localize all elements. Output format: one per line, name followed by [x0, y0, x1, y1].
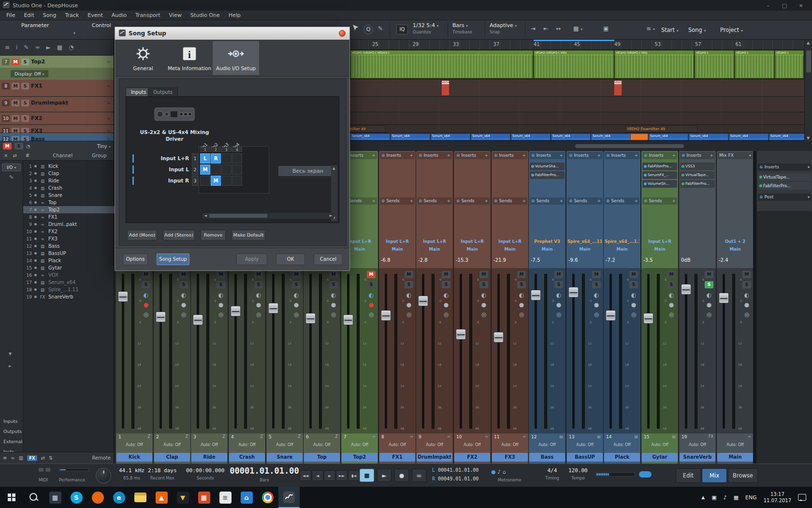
fader-handle[interactable] — [305, 313, 316, 324]
record-arm-icon[interactable]: ● — [329, 301, 338, 309]
pan-knob-icon[interactable]: ◐ — [442, 291, 450, 299]
fader-handle[interactable] — [193, 314, 203, 325]
page-browse-button[interactable]: Browse — [728, 468, 758, 483]
sends-header[interactable]: ⊕ Sends + — [455, 197, 490, 205]
pan-knob-icon[interactable]: ◐ — [592, 291, 601, 299]
solo-button[interactable]: S — [254, 281, 263, 288]
wrench-icon[interactable]: ✎ — [0, 174, 23, 180]
mute-button[interactable]: M — [517, 271, 526, 278]
strip-name[interactable]: Plack — [604, 453, 640, 462]
automation-mode[interactable]: Auto: Off — [529, 443, 566, 449]
monitor-icon[interactable]: ◎ — [142, 311, 150, 318]
timebase-selector[interactable]: Bars ▾ Timebase — [452, 22, 481, 34]
solo-button[interactable]: S — [14, 143, 23, 149]
channel-row-top[interactable]: 6 ≈ Top — [23, 199, 115, 206]
mute-button[interactable]: M — [667, 271, 676, 278]
grid-icon[interactable]: ▦ — [57, 44, 62, 51]
taskbar-batman-game[interactable]: ▼ — [172, 487, 193, 508]
gain-value[interactable]: -9.6 — [568, 257, 578, 263]
mute-button[interactable]: M — [142, 271, 150, 278]
solo-button[interactable]: S — [329, 281, 338, 288]
list-icon[interactable]: ≡ — [5, 44, 10, 51]
input-routing[interactable]: Input L+R — [642, 239, 677, 246]
info-icon[interactable]: i — [16, 44, 17, 51]
taskbar-search[interactable] — [23, 487, 44, 508]
strip-name[interactable]: DrumImpakt — [417, 453, 452, 462]
channel-row-plack[interactable]: 14 ▤ Plack — [23, 257, 115, 264]
strip-name[interactable]: Ride — [191, 453, 227, 462]
display-dropdown[interactable]: Display: Off ▾ — [11, 70, 48, 77]
inserts-header[interactable]: ⊕ Inserts + — [567, 152, 602, 159]
channel-row-crash[interactable]: 4 ▥ Crash — [23, 184, 115, 192]
solo-button[interactable]: S — [142, 281, 150, 288]
automation-mode[interactable]: Auto: Off — [304, 443, 340, 449]
bank-external[interactable]: External — [0, 436, 23, 447]
monitor-icon[interactable]: ◎ — [479, 311, 488, 318]
mixer-strip-fx1[interactable]: ⊕ Inserts +⊕ Sends + Input L+R Main -6.8… — [379, 151, 416, 463]
matrix-cell[interactable]: L — [200, 153, 210, 164]
matrix-cell[interactable] — [232, 153, 242, 164]
channel-row-fx2[interactable]: 10 ≈ FX2 — [23, 228, 115, 235]
insert-slot[interactable]: VolumeSha... — [530, 163, 565, 170]
taskbar-vlc[interactable]: ▲ — [151, 487, 172, 508]
solo-button[interactable]: S — [217, 281, 225, 288]
menu-event[interactable]: Event — [83, 12, 107, 18]
solo-button[interactable]: S — [21, 100, 29, 106]
maximize-button[interactable]: ▢ — [776, 2, 793, 9]
record-arm-icon[interactable]: ● — [592, 301, 601, 309]
mixer-strip-snareverb[interactable]: ⊕ Inserts +VSS3VirtualTape...FabFilterPr… — [679, 151, 716, 463]
language-indicator[interactable]: ENG — [745, 494, 757, 501]
strip-name[interactable]: Bass — [529, 453, 565, 462]
expand-icon[interactable]: ► — [9, 364, 12, 368]
audio-clip[interactable]: Serum_x64 — [591, 134, 631, 140]
mixer-strip-drumimpakt[interactable]: ⊕ Inserts +⊕ Sends + Input L+R Main -2.8… — [416, 151, 453, 463]
taskbar-task-view[interactable]: ▦ — [44, 487, 66, 508]
pan-knob-icon[interactable]: ◐ — [479, 291, 488, 299]
track-header-fx3[interactable]: 11 M S FX3 ≈ — [0, 125, 114, 133]
mixer-strip-main[interactable]: Mix FX ▾ Out1 + 2 Main -2.4 606121824364… — [717, 151, 754, 463]
record-arm-icon[interactable]: ● — [442, 301, 450, 309]
drum-icon[interactable]: ▥ — [19, 455, 23, 461]
gain-value[interactable]: -3.5 — [643, 257, 653, 263]
solo-button[interactable]: S — [21, 83, 29, 90]
gain-value[interactable]: -7.2 — [606, 257, 615, 263]
menu-track[interactable]: Track — [60, 12, 83, 18]
audio-clip[interactable]: Serum_x64 — [391, 134, 430, 140]
pan-knob-icon[interactable]: ◐ — [629, 291, 638, 299]
matrix-cell[interactable] — [221, 153, 232, 164]
insert-slot[interactable]: VirtualTape... — [758, 173, 811, 181]
audio-clip[interactable]: VEDH2-(VEDH2-( VED — [614, 50, 694, 78]
output-routing[interactable]: Main — [380, 247, 415, 254]
mute-button[interactable]: M — [12, 115, 19, 122]
inserts-header[interactable]: ⊕ Inserts + — [380, 152, 415, 159]
pan-knob-icon[interactable]: ◐ — [329, 291, 338, 299]
strip-name[interactable]: Snare — [267, 453, 303, 462]
scrollbar-thumb[interactable] — [575, 144, 684, 148]
page-song-button[interactable]: Song ▾ — [688, 24, 706, 36]
channel-row-bass[interactable]: 12 ▤ Bass — [23, 242, 115, 250]
mute-button[interactable]: M — [442, 271, 450, 278]
pan-knob-icon[interactable]: ◐ — [179, 291, 188, 299]
matrix-cell[interactable]: M — [200, 164, 210, 175]
fader-track[interactable] — [234, 274, 237, 429]
insert-slot[interactable]: FabFilterPro... — [680, 180, 715, 188]
minimize-button[interactable]: – — [760, 2, 776, 9]
mixer-scrollbar[interactable] — [753, 151, 756, 463]
bank-outputs[interactable]: Outputs — [0, 426, 23, 436]
output-routing[interactable]: Main — [642, 247, 677, 254]
audio-clip[interactable]: VEDH — [441, 80, 450, 96]
insert-slot[interactable]: VolumeSh... — [642, 180, 677, 188]
strip-name[interactable]: Top — [304, 453, 340, 462]
record-arm-icon[interactable]: ● — [742, 301, 751, 309]
input-routing[interactable]: Prophet V3 — [530, 239, 565, 246]
mute-button[interactable]: M — [479, 271, 488, 278]
automation-mode[interactable]: Auto: Off — [492, 443, 528, 449]
matrix-cell[interactable] — [200, 176, 210, 186]
audio-clip[interactable]: Serum_x64 — [350, 134, 390, 140]
monitor-icon[interactable]: ◎ — [329, 311, 338, 318]
swap-icon[interactable]: ⇄ — [41, 455, 45, 461]
audio-clip[interactable]: Serum_x64 — [729, 134, 768, 140]
record-arm-icon[interactable]: ● — [254, 301, 263, 309]
keyboard-icon[interactable]: ▦ — [734, 494, 739, 501]
rewind-button[interactable]: ◄ — [312, 470, 323, 481]
